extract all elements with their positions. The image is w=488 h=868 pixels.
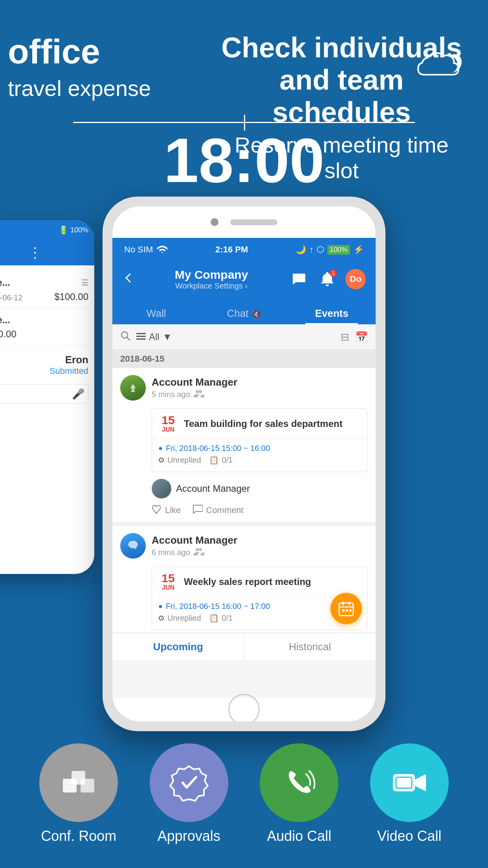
event-1-manager-row: Account Manager <box>144 474 376 500</box>
item-amount: $100.00 <box>0 329 17 340</box>
reply-icon: ⊙ <box>158 456 164 464</box>
app-header: My Company Workplace Settings › 1 Do <box>112 261 376 297</box>
split-view-icon[interactable]: ⊟ <box>341 331 349 343</box>
upcoming-historical-tabs: Upcoming Historical <box>112 633 376 660</box>
phone-camera <box>211 218 218 226</box>
approvals-circle <box>150 743 228 822</box>
item-date: 2018-06-12 <box>0 293 22 302</box>
event-card-1: Account Manager 5 mins ago 1 <box>112 368 376 522</box>
event-2-meta: 6 mins ago <box>152 548 368 557</box>
event-2-attendees: 0/1 <box>222 614 233 623</box>
wifi-icon <box>157 244 168 255</box>
carrier-label: No SIM <box>124 245 153 255</box>
status-bar: No SIM 2:16 PM 🌙 ↑ ⬡ 100% ⚡ <box>112 238 376 261</box>
event-1-time-row: ● Fri, 2018-06-15 15:00 ~ 16:00 <box>158 444 361 453</box>
bluetooth-icon: ⬡ <box>317 245 324 255</box>
home-indicator <box>112 698 376 721</box>
event-manager-avatar <box>152 479 171 498</box>
date-header: 2018-06-15 <box>112 350 376 368</box>
filter-dropdown-icon: ▼ <box>163 331 172 342</box>
battery-icon: 100% <box>327 245 350 255</box>
conf-room-label: Conf. Room <box>41 828 116 844</box>
conf-room-circle <box>39 743 118 822</box>
event-1-day: 15 <box>158 414 178 426</box>
svg-rect-10 <box>342 609 345 612</box>
event-1-month: JUN <box>158 426 178 433</box>
filter-select[interactable]: All ▼ <box>136 331 172 342</box>
left-phone-status-bar: 🔋 100% <box>0 220 94 240</box>
mute-icon: 🔇 <box>251 310 261 318</box>
event-2-datetime: Fri, 2018-06-15 16:00 ~ 17:00 <box>166 602 270 611</box>
office-label: office <box>8 31 151 72</box>
item-amount: $100.00 <box>54 291 88 302</box>
event-1-reply-status: Unreplied <box>167 456 201 465</box>
event-2-user-info: Account Manager 6 mins ago <box>152 534 368 557</box>
home-button[interactable] <box>228 694 260 721</box>
user-row: Eron Submitted <box>0 346 88 380</box>
like-button[interactable]: Like <box>152 504 181 516</box>
event-1-user-info: Account Manager 5 mins ago <box>152 376 368 399</box>
left-phone: 🔋 100% ⋮ s De... ☰ 2018-06-12 $100.00 s … <box>0 220 94 574</box>
event-2-reply-status: Unreplied <box>167 614 201 623</box>
header-icons: 1 Do <box>289 269 366 289</box>
feature-approvals[interactable]: Approvals <box>150 743 228 844</box>
phone-speaker <box>230 219 277 225</box>
feature-video-call[interactable]: Video Call <box>370 743 449 844</box>
event-1-avatar <box>120 375 146 401</box>
svg-rect-11 <box>346 609 348 612</box>
video-call-circle <box>370 743 449 822</box>
list-icon: ☰ <box>81 278 88 287</box>
status-time: 2:16 PM <box>215 245 248 255</box>
event-2-avatar <box>120 533 146 559</box>
back-button[interactable] <box>122 271 134 287</box>
tab-wall[interactable]: Wall <box>112 307 200 324</box>
app-title: My Company <box>175 268 248 281</box>
menu-dots-icon[interactable]: ⋮ <box>28 245 43 261</box>
top-left-labels: office travel expense <box>8 31 151 101</box>
moon-icon: 🌙 <box>295 245 306 255</box>
time-display: 18:00 <box>163 129 324 192</box>
comment-button[interactable]: Comment <box>193 504 243 516</box>
calendar-float-button[interactable] <box>330 593 362 624</box>
bottom-features: Conf. Room Approvals Audio Call <box>0 743 488 844</box>
user-name: Eron <box>0 354 88 366</box>
event-1-status-row: ⊙ Unreplied 📋 0/1 <box>158 455 361 465</box>
arrow-icon: ↑ <box>309 245 314 255</box>
event-2-title: Weekly sales report meeting <box>184 576 361 587</box>
user-avatar[interactable]: Do <box>345 269 366 289</box>
event-1-box-header: 15 JUN Team building for sales departmen… <box>152 409 367 439</box>
svg-rect-3 <box>136 336 146 337</box>
svg-rect-8 <box>342 601 344 605</box>
tab-chat[interactable]: Chat 🔇 <box>200 307 288 324</box>
notification-badge: 1 <box>330 270 337 277</box>
calendar-small-icon-2: 📋 <box>209 613 219 623</box>
svg-rect-2 <box>136 333 146 334</box>
timeline-line <box>73 122 415 123</box>
event-1-details: ● Fri, 2018-06-15 15:00 ~ 16:00 ⊙ Unrepl… <box>152 439 367 472</box>
tab-events[interactable]: Events <box>288 307 376 324</box>
svg-rect-15 <box>72 771 85 785</box>
tabs-bar: Wall Chat 🔇 Events <box>112 297 376 324</box>
calendar-view-icon[interactable]: 📅 <box>355 331 368 343</box>
tab-upcoming[interactable]: Upcoming <box>112 633 244 660</box>
group-icon-2 <box>193 548 204 557</box>
tab-historical[interactable]: Historical <box>244 633 376 660</box>
search-icon[interactable] <box>120 331 130 343</box>
app-subtitle: Workplace Settings › <box>175 281 248 291</box>
feature-conf-room[interactable]: Conf. Room <box>39 743 118 844</box>
notification-button[interactable]: 1 <box>317 269 338 289</box>
event-1-box[interactable]: 15 JUN Team building for sales departmen… <box>152 408 368 472</box>
chat-icon-button[interactable] <box>289 269 309 289</box>
mic-icon[interactable]: 🎤 <box>72 388 84 400</box>
phone-notch <box>112 206 376 238</box>
header-title-area: My Company Workplace Settings › <box>175 268 248 291</box>
svg-line-1 <box>127 337 130 340</box>
approvals-label: Approvals <box>158 828 220 844</box>
event-2-time-ago: 6 mins ago <box>152 548 190 557</box>
audio-call-circle <box>260 743 338 822</box>
timeline-area: 18:00 <box>0 122 488 192</box>
event-2-username: Account Manager <box>152 534 368 546</box>
expense-label: travel expense <box>8 75 151 101</box>
feature-audio-call[interactable]: Audio Call <box>260 743 338 844</box>
event-2-date-badge: 15 JUN <box>158 572 178 591</box>
